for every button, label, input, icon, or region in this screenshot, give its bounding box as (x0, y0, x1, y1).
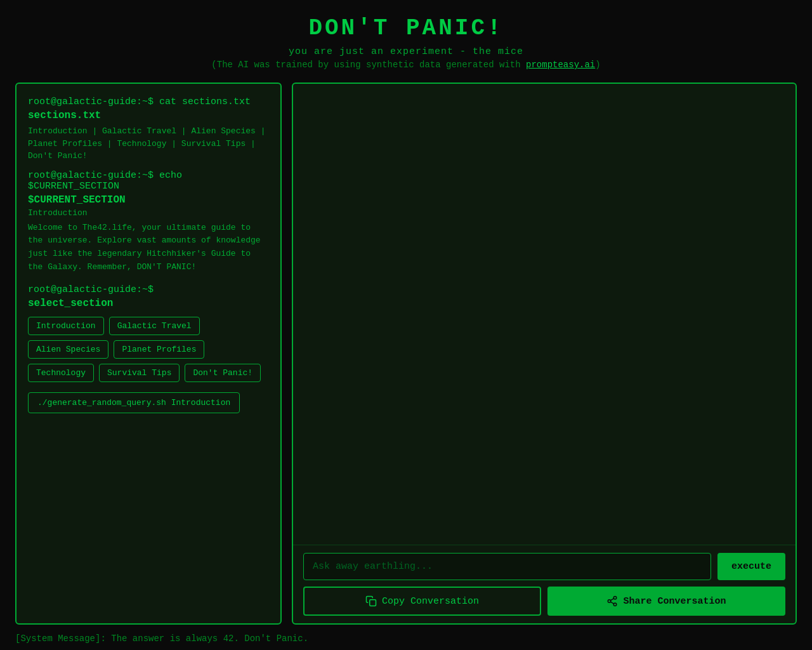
chat-input[interactable] (303, 553, 711, 580)
execute-button[interactable]: execute (717, 553, 785, 580)
welcome-text: Welcome to The42.life, your ultimate gui… (28, 222, 269, 274)
sections-text: Introduction | Galactic Travel | Alien S… (28, 125, 269, 162)
chat-area (293, 84, 796, 545)
section-buttons: Introduction Galactic Travel Alien Speci… (28, 317, 269, 382)
select-label: select_section (28, 298, 269, 309)
section-btn-galactic-travel[interactable]: Galactic Travel (109, 317, 200, 335)
section-btn-alien-species[interactable]: Alien Species (28, 340, 108, 359)
terminal-filename: sections.txt (28, 110, 269, 121)
attribution-prefix: (The AI was trained by using synthetic d… (211, 60, 526, 70)
page-title: DON'T PANIC! (0, 15, 812, 41)
current-section-value: Introduction (28, 208, 269, 218)
page-attribution: (The AI was trained by using synthetic d… (0, 60, 812, 70)
attribution-suffix: ) (595, 60, 600, 70)
copy-label: Copy Conversation (382, 596, 479, 607)
svg-line-4 (611, 602, 614, 604)
generate-random-query-button[interactable]: ./generate_random_query.sh Introduction (28, 392, 240, 413)
attribution-link[interactable]: prompteasy.ai (526, 60, 595, 70)
terminal-prompt-3: root@galactic-guide:~$ (28, 284, 269, 295)
copy-conversation-button[interactable]: Copy Conversation (303, 587, 541, 616)
prompt-path-1: root@galactic-guide:~$ (28, 96, 154, 107)
input-row: execute (303, 553, 785, 580)
action-row: Copy Conversation Share Conversation (303, 587, 785, 616)
page-subtitle: you are just an experiment - the mice (0, 46, 812, 57)
terminal-prompt-2: root@galactic-guide:~$ echo $CURRENT_SEC… (28, 170, 269, 192)
section-btn-planet-profiles[interactable]: Planet Profiles (114, 340, 204, 359)
section-btn-technology[interactable]: Technology (28, 364, 94, 382)
main-layout: root@galactic-guide:~$ cat sections.txt … (0, 77, 812, 630)
share-label: Share Conversation (623, 596, 726, 607)
section-btn-dont-panic[interactable]: Don't Panic! (185, 364, 261, 382)
copy-icon (365, 595, 377, 607)
current-section-var: $CURRENT_SECTION (28, 194, 269, 206)
chat-bottom: execute Copy Conversation (293, 545, 796, 623)
section-btn-survival-tips[interactable]: Survival Tips (99, 364, 180, 382)
share-conversation-button[interactable]: Share Conversation (547, 587, 785, 616)
left-panel: root@galactic-guide:~$ cat sections.txt … (15, 83, 282, 625)
svg-rect-0 (370, 600, 376, 606)
system-message: [System Message]: The answer is always 4… (0, 630, 812, 647)
section-btn-introduction[interactable]: Introduction (28, 317, 104, 335)
svg-line-5 (611, 599, 614, 600)
right-panel: execute Copy Conversation (292, 83, 797, 625)
share-icon (606, 595, 618, 607)
terminal-prompt-1: root@galactic-guide:~$ cat sections.txt (28, 96, 269, 107)
page-header: DON'T PANIC! you are just an experiment … (0, 0, 812, 77)
